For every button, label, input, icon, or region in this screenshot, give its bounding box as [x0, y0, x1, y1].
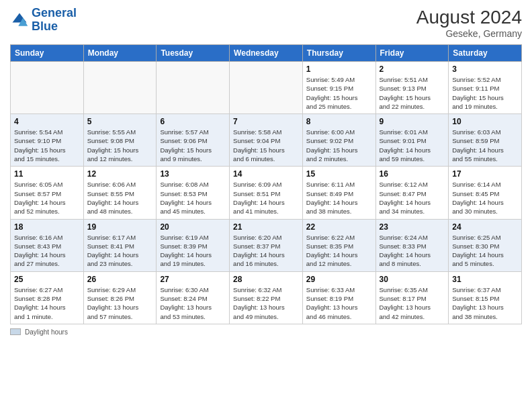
day-info: Sunrise: 6:11 AMSunset: 8:49 PMDaylight:… — [306, 180, 372, 216]
day-info: Sunrise: 5:54 AMSunset: 9:10 PMDaylight:… — [14, 128, 80, 163]
day-number: 18 — [14, 222, 80, 232]
legend-swatch — [10, 328, 21, 335]
table-row: 22Sunrise: 6:22 AMSunset: 8:35 PMDayligh… — [302, 219, 375, 271]
location-subtitle: Geseke, Germany — [416, 28, 522, 39]
col-monday: Monday — [83, 45, 157, 62]
logo-icon — [10, 11, 29, 30]
day-info: Sunrise: 6:25 AMSunset: 8:30 PMDaylight:… — [452, 233, 518, 269]
table-row: 3Sunrise: 5:52 AMSunset: 9:11 PMDaylight… — [449, 62, 522, 114]
day-info: Sunrise: 5:58 AMSunset: 9:04 PMDaylight:… — [233, 128, 299, 163]
day-number: 31 — [452, 275, 518, 284]
day-number: 22 — [306, 222, 372, 232]
logo: General Blue — [10, 7, 77, 34]
calendar-week-row: 25Sunrise: 6:27 AMSunset: 8:28 PMDayligh… — [11, 271, 522, 324]
day-number: 30 — [380, 275, 445, 284]
day-number: 14 — [233, 169, 299, 179]
day-number: 6 — [160, 117, 226, 126]
legend-label: Daylight hours — [25, 328, 68, 336]
day-info: Sunrise: 6:12 AMSunset: 8:47 PMDaylight:… — [380, 180, 445, 216]
day-info: Sunrise: 6:29 AMSunset: 8:26 PMDaylight:… — [87, 285, 153, 321]
day-number: 27 — [160, 275, 226, 284]
table-row: 8Sunrise: 6:00 AMSunset: 9:02 PMDaylight… — [302, 114, 375, 167]
day-info: Sunrise: 6:35 AMSunset: 8:17 PMDaylight:… — [380, 285, 445, 321]
day-info: Sunrise: 6:17 AMSunset: 8:41 PMDaylight:… — [87, 233, 153, 269]
day-number: 17 — [452, 169, 518, 179]
table-row: 29Sunrise: 6:33 AMSunset: 8:19 PMDayligh… — [302, 271, 375, 324]
legend-row: Daylight hours — [10, 328, 522, 336]
col-sunday: Sunday — [11, 45, 84, 62]
table-row: 23Sunrise: 6:24 AMSunset: 8:33 PMDayligh… — [375, 219, 449, 271]
day-info: Sunrise: 6:00 AMSunset: 9:02 PMDaylight:… — [306, 128, 372, 163]
day-info: Sunrise: 5:55 AMSunset: 9:08 PMDaylight:… — [87, 128, 153, 163]
day-number: 21 — [233, 222, 299, 232]
table-row — [157, 62, 230, 114]
day-info: Sunrise: 5:51 AMSunset: 9:13 PMDaylight:… — [380, 75, 445, 111]
calendar-week-row: 1Sunrise: 5:49 AMSunset: 9:15 PMDaylight… — [11, 62, 522, 114]
calendar-table: Sunday Monday Tuesday Wednesday Thursday… — [10, 44, 522, 324]
day-info: Sunrise: 6:37 AMSunset: 8:15 PMDaylight:… — [452, 285, 518, 321]
table-row: 18Sunrise: 6:16 AMSunset: 8:43 PMDayligh… — [11, 219, 84, 271]
day-info: Sunrise: 6:30 AMSunset: 8:24 PMDaylight:… — [160, 285, 226, 321]
day-info: Sunrise: 5:57 AMSunset: 9:06 PMDaylight:… — [160, 128, 226, 163]
day-info: Sunrise: 6:22 AMSunset: 8:35 PMDaylight:… — [306, 233, 372, 269]
day-info: Sunrise: 6:03 AMSunset: 8:59 PMDaylight:… — [452, 128, 518, 163]
calendar-header-row: Sunday Monday Tuesday Wednesday Thursday… — [11, 45, 522, 62]
calendar-page: General Blue August 2024 Geseke, Germany… — [0, 0, 532, 411]
table-row — [83, 62, 157, 114]
table-row: 25Sunrise: 6:27 AMSunset: 8:28 PMDayligh… — [11, 271, 84, 324]
day-number: 1 — [306, 64, 372, 74]
table-row: 14Sunrise: 6:09 AMSunset: 8:51 PMDayligh… — [230, 167, 303, 219]
title-section: August 2024 Geseke, Germany — [416, 7, 522, 39]
day-number: 8 — [306, 117, 372, 126]
day-info: Sunrise: 6:09 AMSunset: 8:51 PMDaylight:… — [233, 180, 299, 216]
table-row: 13Sunrise: 6:08 AMSunset: 8:53 PMDayligh… — [157, 167, 230, 219]
table-row: 31Sunrise: 6:37 AMSunset: 8:15 PMDayligh… — [449, 271, 522, 324]
day-info: Sunrise: 6:14 AMSunset: 8:45 PMDaylight:… — [452, 180, 518, 216]
day-number: 20 — [160, 222, 226, 232]
table-row: 15Sunrise: 6:11 AMSunset: 8:49 PMDayligh… — [302, 167, 375, 219]
day-number: 13 — [160, 169, 226, 179]
page-header: General Blue August 2024 Geseke, Germany — [10, 7, 522, 39]
calendar-body: 1Sunrise: 5:49 AMSunset: 9:15 PMDaylight… — [11, 62, 522, 324]
month-year-title: August 2024 — [416, 7, 522, 28]
day-number: 15 — [306, 169, 372, 179]
col-wednesday: Wednesday — [230, 45, 303, 62]
day-info: Sunrise: 6:08 AMSunset: 8:53 PMDaylight:… — [160, 180, 226, 216]
day-info: Sunrise: 6:24 AMSunset: 8:33 PMDaylight:… — [380, 233, 445, 269]
calendar-week-row: 4Sunrise: 5:54 AMSunset: 9:10 PMDaylight… — [11, 114, 522, 167]
day-number: 7 — [233, 117, 299, 126]
table-row: 28Sunrise: 6:32 AMSunset: 8:22 PMDayligh… — [230, 271, 303, 324]
table-row: 24Sunrise: 6:25 AMSunset: 8:30 PMDayligh… — [449, 219, 522, 271]
table-row: 20Sunrise: 6:19 AMSunset: 8:39 PMDayligh… — [157, 219, 230, 271]
table-row: 9Sunrise: 6:01 AMSunset: 9:01 PMDaylight… — [375, 114, 449, 167]
day-number: 24 — [452, 222, 518, 232]
table-row: 10Sunrise: 6:03 AMSunset: 8:59 PMDayligh… — [449, 114, 522, 167]
table-row: 19Sunrise: 6:17 AMSunset: 8:41 PMDayligh… — [83, 219, 157, 271]
col-thursday: Thursday — [302, 45, 375, 62]
col-saturday: Saturday — [449, 45, 522, 62]
table-row: 27Sunrise: 6:30 AMSunset: 8:24 PMDayligh… — [157, 271, 230, 324]
table-row — [11, 62, 84, 114]
table-row: 21Sunrise: 6:20 AMSunset: 8:37 PMDayligh… — [230, 219, 303, 271]
table-row: 7Sunrise: 5:58 AMSunset: 9:04 PMDaylight… — [230, 114, 303, 167]
day-info: Sunrise: 6:16 AMSunset: 8:43 PMDaylight:… — [14, 233, 80, 269]
day-number: 28 — [233, 275, 299, 284]
day-number: 19 — [87, 222, 153, 232]
table-row: 26Sunrise: 6:29 AMSunset: 8:26 PMDayligh… — [83, 271, 157, 324]
day-number: 26 — [87, 275, 153, 284]
day-info: Sunrise: 5:49 AMSunset: 9:15 PMDaylight:… — [306, 75, 372, 111]
table-row: 6Sunrise: 5:57 AMSunset: 9:06 PMDaylight… — [157, 114, 230, 167]
table-row: 17Sunrise: 6:14 AMSunset: 8:45 PMDayligh… — [449, 167, 522, 219]
day-number: 23 — [380, 222, 445, 232]
table-row: 2Sunrise: 5:51 AMSunset: 9:13 PMDaylight… — [375, 62, 449, 114]
logo-text: General Blue — [32, 7, 77, 34]
day-info: Sunrise: 5:52 AMSunset: 9:11 PMDaylight:… — [452, 75, 518, 111]
day-number: 10 — [452, 117, 518, 126]
table-row: 16Sunrise: 6:12 AMSunset: 8:47 PMDayligh… — [375, 167, 449, 219]
table-row: 1Sunrise: 5:49 AMSunset: 9:15 PMDaylight… — [302, 62, 375, 114]
day-info: Sunrise: 6:32 AMSunset: 8:22 PMDaylight:… — [233, 285, 299, 321]
day-number: 9 — [380, 117, 445, 126]
day-number: 11 — [14, 169, 80, 179]
day-info: Sunrise: 6:20 AMSunset: 8:37 PMDaylight:… — [233, 233, 299, 269]
day-number: 25 — [14, 275, 80, 284]
